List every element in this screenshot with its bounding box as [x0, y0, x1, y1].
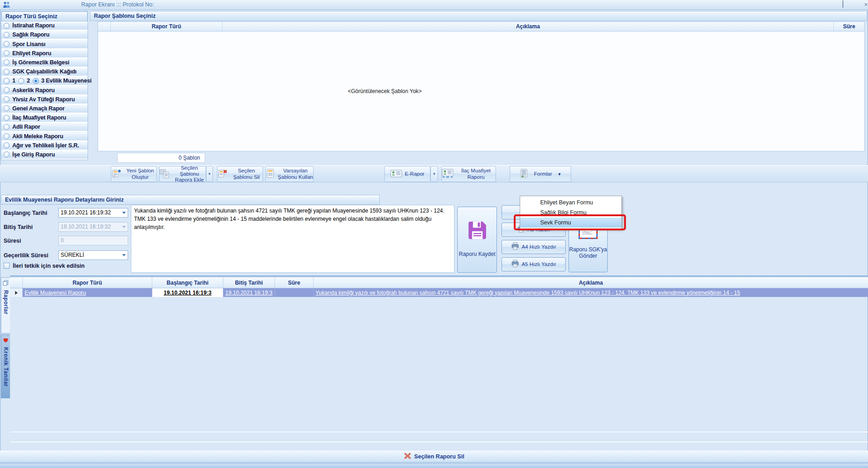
- print-a5-fast-button[interactable]: A5 Hızlı Yazdır: [501, 257, 566, 271]
- print-a4-fast-button[interactable]: A4 Hızlı Yazdır: [501, 240, 566, 254]
- red-x-icon: [404, 452, 411, 461]
- radio-icon[interactable]: [4, 50, 10, 56]
- new-template-label: Yeni Şablon Oluştur: [124, 168, 156, 180]
- radio-icon[interactable]: [4, 69, 10, 75]
- report-type-option[interactable]: Akli Meleke Raporu: [1, 132, 88, 141]
- close-button[interactable]: ✕: [864, 2, 868, 8]
- report-type-option[interactable]: SGK Çalışabilirlik Kağıdı: [1, 68, 88, 77]
- report-type-option[interactable]: İşe Giriş Raporu: [1, 151, 88, 160]
- template-empty-message: <Görüntülenecek Şablon Yok>: [348, 88, 422, 94]
- report-type-label: İş Göremezlik Belgesi: [12, 59, 69, 66]
- radio-icon[interactable]: [4, 133, 10, 139]
- grid-col-duration[interactable]: Süre: [275, 277, 314, 288]
- report-type-label: Yivsiz Av Tüfeği Raporu: [12, 96, 75, 103]
- report-type-panel: Rapor Türü Seçiniz İstirahat Raporu Sağl…: [1, 11, 88, 160]
- delete-template-button[interactable]: Seçilen Şablonu Sil: [217, 166, 263, 182]
- radio-icon[interactable]: [4, 59, 10, 65]
- radio-icon[interactable]: [4, 78, 10, 84]
- reports-grid-header: Rapor Türü Başlangıç Tarihi Bitiş Tarihi…: [10, 277, 868, 288]
- maximize-button[interactable]: [842, 2, 843, 8]
- radio-icon[interactable]: [4, 124, 10, 130]
- chevron-down-icon: ▼: [558, 172, 562, 177]
- radio-selected-icon[interactable]: [33, 78, 39, 84]
- report-type-label: Akli Meleke Raporu: [12, 133, 63, 140]
- referral-checkbox[interactable]: [4, 263, 10, 269]
- report-text-area[interactable]: Yukarıda kimliği yazılı ve fotoğrafı bul…: [131, 205, 455, 273]
- drug-exemption-report-button[interactable]: İlaç Muafiyet Raporu: [441, 166, 496, 182]
- radio-icon[interactable]: [4, 23, 10, 29]
- radio-icon[interactable]: [4, 41, 10, 47]
- row-end-cell: 19.10.2021 16:19:3: [223, 288, 275, 297]
- annotation-red-box: [514, 214, 626, 230]
- form-document-icon: [519, 168, 528, 180]
- radio-icon[interactable]: [4, 151, 10, 157]
- report-type-option[interactable]: Yivsiz Av Tüfeği Raporu: [1, 95, 88, 104]
- default-template-label: Varsayılan Şablonu Kullan: [278, 168, 313, 180]
- template-grid-header: Rapor Türü Açıklama Süre: [98, 22, 864, 31]
- template-col-duration[interactable]: Süre: [834, 22, 864, 31]
- validity-value: SÜREKLİ: [61, 252, 84, 258]
- default-template-button[interactable]: Varsayılan Şablonu Kullan: [265, 166, 314, 182]
- report-type-option[interactable]: Ehliyet Raporu: [1, 49, 88, 58]
- row-type-cell: Evlilik Muayenesi Raporu: [23, 288, 152, 297]
- grid-col-end[interactable]: Bitiş Tarihi: [223, 277, 275, 288]
- details-header: Evlilik Muayenesi Raporu Detaylarını Gir…: [1, 195, 380, 205]
- report-type-option[interactable]: İstirahat Raporu: [1, 21, 88, 31]
- save-report-button[interactable]: Raporu Kaydet: [457, 207, 497, 273]
- report-type-option[interactable]: Sağlık Raporu: [1, 31, 88, 40]
- end-date-value: 19.10.2021 16:19:32: [61, 224, 111, 230]
- tab-kronik-tanilar[interactable]: Kronik Tanılar: [1, 334, 10, 398]
- e-rapor-button[interactable]: E-Rapor: [384, 166, 430, 182]
- report-row-selected[interactable]: Evlilik Muayenesi Raporu 19.10.2021 16:1…: [10, 288, 868, 297]
- printer-icon: [511, 260, 519, 269]
- report-type-option[interactable]: Genel Amaçlı Rapor: [1, 104, 88, 114]
- radio-icon[interactable]: [4, 32, 10, 38]
- validity-combo[interactable]: SÜREKLİ: [58, 250, 128, 260]
- pages-icon: [3, 280, 9, 288]
- report-type-option[interactable]: İş Göremezlik Belgesi: [1, 58, 88, 68]
- start-date-combo[interactable]: 19.10.2021 16:19:32: [58, 208, 128, 218]
- id-card-icon: [390, 169, 402, 180]
- add-template-button[interactable]: Seçilen Şablonu Rapora Ekle: [159, 166, 206, 182]
- grid-col-type[interactable]: Rapor Türü: [23, 277, 152, 288]
- report-type-label: Ağır ve Tehlikeli İşler S.R.: [12, 142, 79, 149]
- print-a4-fast-label: A4 Hızlı Yazdır: [522, 244, 556, 250]
- printer-icon: [511, 242, 519, 252]
- radio-icon[interactable]: [4, 105, 10, 111]
- radio-icon[interactable]: [4, 142, 10, 148]
- bottom-action-bar[interactable]: Seçilen Raporu Sil: [0, 451, 868, 463]
- report-type-option[interactable]: Spor Lisansı: [1, 40, 88, 49]
- radio-icon[interactable]: [18, 78, 24, 84]
- radio-icon[interactable]: [4, 96, 10, 102]
- template-col-description[interactable]: Açıklama: [222, 22, 834, 31]
- template-col-type[interactable]: Rapor Türü: [111, 22, 222, 31]
- report-type-option[interactable]: İlaç Muafiyet Raporu: [1, 114, 88, 123]
- menu-item-ehliyet-beyan-formu[interactable]: Ehliyet Beyan Formu: [520, 198, 621, 208]
- grid-col-start[interactable]: Başlangıç Tarihi: [152, 277, 223, 288]
- report-type-option[interactable]: Askerlik Raporu: [1, 86, 88, 95]
- duration-label: Süresi: [4, 238, 21, 244]
- report-type-label: Genel Amaçlı Rapor: [12, 105, 65, 112]
- row-start-cell-editor[interactable]: 19.10.2021 16:19:3: [152, 288, 223, 297]
- radio-icon[interactable]: [4, 87, 10, 93]
- report-type-option[interactable]: Ağır ve Tehlikeli İşler S.R.: [1, 141, 88, 151]
- e-rapor-dropdown-arrow[interactable]: ▼: [430, 166, 438, 182]
- row-indicator-icon: [15, 291, 18, 295]
- document-plus-icon: [111, 168, 121, 180]
- title-bar: Rapor Ekranı ::: Protokol No: ✕: [0, 0, 868, 10]
- report-type-label: Ehliyet Raporu: [12, 50, 51, 57]
- start-date-value: 19.10.2021 16:19:32: [61, 209, 111, 216]
- template-indicator-column: [98, 22, 111, 31]
- grid-col-description[interactable]: Açıklama: [314, 277, 868, 288]
- new-template-button[interactable]: Yeni Şablon Oluştur: [111, 166, 157, 182]
- add-template-dropdown-arrow[interactable]: ▼: [206, 166, 213, 182]
- row-description-cell: Yukarıda kimliği yazılı ve fotoğrafı bul…: [314, 288, 868, 297]
- tab-raporlar[interactable]: Raporlar: [1, 277, 10, 333]
- report-type-option-marriage[interactable]: 1 2 3 Evlilik Muayenesi: [1, 77, 88, 86]
- report-type-option[interactable]: Adli Rapor: [1, 123, 88, 132]
- forms-button[interactable]: Formlar ▼: [510, 166, 571, 182]
- radio-icon[interactable]: [4, 115, 10, 121]
- report-type-label: Askerlik Raporu: [12, 87, 55, 94]
- report-type-label: İşe Giriş Raporu: [12, 151, 55, 158]
- reports-grid: Rapor Türü Başlangıç Tarihi Bitiş Tarihi…: [10, 276, 868, 297]
